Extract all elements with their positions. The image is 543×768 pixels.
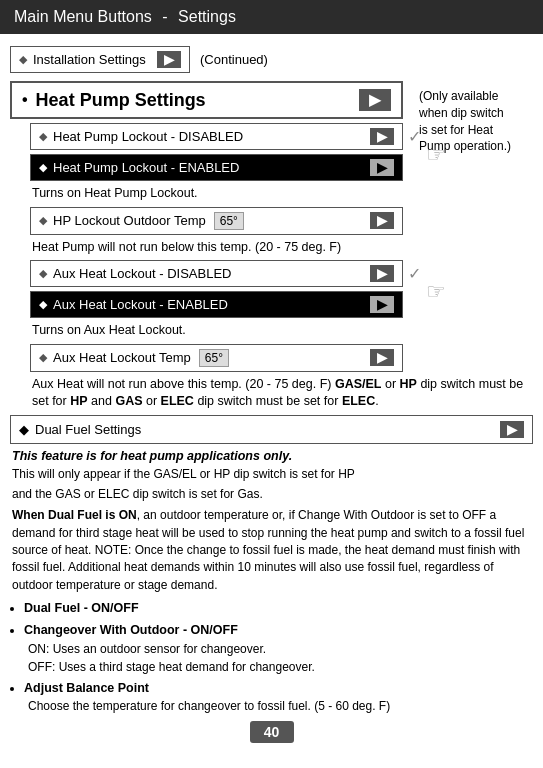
arrow-icon: ▶ <box>370 349 394 366</box>
heat-pump-settings-btn[interactable]: • Heat Pump Settings ▶ <box>10 81 403 119</box>
continued-text: (Continued) <box>200 52 268 67</box>
dual-fuel-bullets: Dual Fuel - ON/OFF Changeover With Outdo… <box>24 599 531 715</box>
page-number: 40 <box>250 721 294 743</box>
hp-lockout-disabled-label: Heat Pump Lockout - DISABLED <box>53 129 243 144</box>
aux-lockout-temp-btn[interactable]: ◆ Aux Heat Lockout Temp 65° ▶ <box>30 344 403 372</box>
bullet-icon: • <box>22 91 28 109</box>
aux-lockout-temp-label: Aux Heat Lockout Temp <box>53 350 191 365</box>
heat-pump-title: Heat Pump Settings <box>36 90 206 111</box>
arrow-right-icon: ▶ <box>370 296 394 313</box>
bullet-balance-point: Adjust Balance Point Choose the temperat… <box>24 679 531 716</box>
header-subtitle: Settings <box>178 8 236 25</box>
changeover-sub-off: OFF: Uses a third stage heat demand for … <box>28 658 531 676</box>
aux-lockout-desc: Turns on Aux Heat Lockout. <box>32 322 531 340</box>
balance-point-sub: Choose the temperature for changeover to… <box>28 697 531 715</box>
temp-badge-aux: 65° <box>199 349 229 367</box>
installation-settings-btn[interactable]: ◆ Installation Settings ▶ <box>10 46 190 73</box>
diamond-icon: ◆ <box>39 351 47 364</box>
diamond-icon: ◆ <box>19 422 29 437</box>
diamond-icon: ◆ <box>39 267 47 280</box>
diamond-icon: ◆ <box>39 214 47 227</box>
svg-text:✓: ✓ <box>408 128 421 145</box>
diamond-icon: ◆ <box>39 161 47 174</box>
aux-lockout-enabled-btn[interactable]: ◆ Aux Heat Lockout - ENABLED ▶ <box>30 291 403 318</box>
hp-temp-desc: Heat Pump will not run below this temp. … <box>32 239 531 257</box>
temp-badge: 65° <box>214 212 244 230</box>
dual-fuel-settings-btn[interactable]: ◆ Dual Fuel Settings ▶ <box>10 415 533 444</box>
hp-lockout-enabled-label: Heat Pump Lockout - ENABLED <box>53 160 239 175</box>
aux-lockout-disabled-btn[interactable]: ◆ Aux Heat Lockout - DISABLED ▶ <box>30 260 403 287</box>
svg-text:☞: ☞ <box>426 279 446 301</box>
arrow-icon: ▶ <box>370 212 394 229</box>
hp-lockout-temp-label: HP Lockout Outdoor Temp <box>53 213 206 228</box>
dual-fuel-label: Dual Fuel Settings <box>35 422 141 437</box>
arrow-icon: ▶ <box>370 265 394 282</box>
installation-btn-label: Installation Settings <box>33 52 146 67</box>
dual-fuel-italic: This feature is for heat pump applicatio… <box>12 449 531 463</box>
hp-lockout-disabled-btn[interactable]: ◆ Heat Pump Lockout - DISABLED ▶ <box>30 123 403 150</box>
diamond-icon: ◆ <box>39 298 47 311</box>
checkmark-hand-icon: ✓ ☞ <box>408 124 453 170</box>
hp-lockout-temp-btn[interactable]: ◆ HP Lockout Outdoor Temp 65° ▶ <box>30 207 403 235</box>
arrow-right-icon: ▶ <box>370 159 394 176</box>
aux-temp-desc: Aux Heat will not run above this temp. (… <box>32 376 531 411</box>
arrow-icon: ▶ <box>500 421 524 438</box>
dual-fuel-line1: This will only appear if the GAS/EL or H… <box>12 466 531 483</box>
checkmark-hand-icon-2: ✓ ☞ <box>408 261 453 307</box>
dual-fuel-when: When Dual Fuel is ON, an outdoor tempera… <box>12 507 531 594</box>
arrow-icon: ▶ <box>359 89 391 111</box>
changeover-sub-on: ON: Uses an outdoor sensor for changeove… <box>28 640 531 658</box>
header-sep: - <box>162 8 167 25</box>
svg-text:☞: ☞ <box>426 142 446 164</box>
hp-lockout-desc: Turns on Heat Pump Lockout. <box>32 185 531 203</box>
aux-lockout-disabled-label: Aux Heat Lockout - DISABLED <box>53 266 231 281</box>
diamond-icon: ◆ <box>19 53 27 66</box>
arrow-icon: ▶ <box>370 128 394 145</box>
bullet-dual-fuel: Dual Fuel - ON/OFF <box>24 599 531 618</box>
bullet-changeover: Changeover With Outdoor - ON/OFF ON: Use… <box>24 621 531 676</box>
hp-lockout-enabled-btn[interactable]: ◆ Heat Pump Lockout - ENABLED ▶ <box>30 154 403 181</box>
arrow-icon: ▶ <box>157 51 181 68</box>
diamond-icon: ◆ <box>39 130 47 143</box>
aux-lockout-enabled-label: Aux Heat Lockout - ENABLED <box>53 297 228 312</box>
svg-text:✓: ✓ <box>408 265 421 282</box>
header-title: Main Menu Buttons <box>14 8 152 25</box>
dual-fuel-line2: and the GAS or ELEC dip switch is set fo… <box>12 486 531 503</box>
header: Main Menu Buttons - Settings <box>0 0 543 34</box>
